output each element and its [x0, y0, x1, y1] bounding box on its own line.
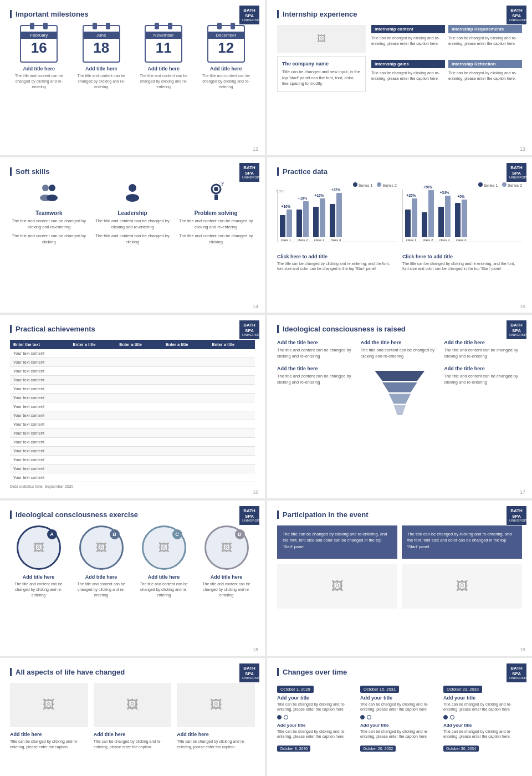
- ideological-raised-title: Ideological consciousness is raised: [277, 325, 522, 333]
- table-row[interactable]: Your text content: [10, 385, 255, 394]
- timeline-sub-title-1[interactable]: Add your title: [277, 723, 356, 728]
- chart-2: Series 1 Series 2 +25% class 1: [402, 182, 522, 271]
- timeline-grid: October 1, 2029 Add your title Title can…: [277, 683, 522, 752]
- table-row[interactable]: Your text content: [10, 429, 255, 438]
- dot-1-2: [284, 715, 288, 719]
- timeline-date-top-1: October 1, 2029: [277, 686, 314, 693]
- table-row[interactable]: Your text content: [10, 473, 255, 482]
- ideo-title-5[interactable]: Add the title here: [444, 366, 522, 371]
- chart-1-area: +10% class 1 +18%: [277, 190, 397, 251]
- table-row[interactable]: Your text content: [10, 376, 255, 385]
- timeline-title-top-2[interactable]: Add your title: [360, 695, 439, 701]
- intern-box-title-2: Internship Requirements: [448, 25, 522, 33]
- table-row[interactable]: Your text content: [10, 420, 255, 429]
- timeline-sub-title-2[interactable]: Add your title: [360, 723, 439, 728]
- page-num-internship: 13: [520, 146, 525, 152]
- table-row[interactable]: Your text content: [10, 438, 255, 447]
- part-img-2: 🖼: [402, 564, 522, 609]
- chart-2-desc: The title can be changed by clicking and…: [402, 261, 522, 271]
- svg-point-1: [49, 185, 55, 191]
- achievements-table-container: Enter the text Enter a title Enter a tit…: [10, 340, 255, 482]
- practice-data-logo: BATH SPA UNIVERSITY: [507, 163, 526, 182]
- timeline-date-bot-1: October 8, 2030: [277, 746, 310, 752]
- table-row[interactable]: Your text content: [10, 394, 255, 402]
- skill-title-teamwork: Teamwork: [10, 210, 88, 216]
- intern-box-3: Internship gains Title can be changed by…: [371, 60, 445, 91]
- calendar-day-1: 16: [21, 39, 57, 58]
- table-row[interactable]: Your text content: [10, 456, 255, 464]
- milestone-title-4[interactable]: Add title here: [197, 66, 255, 72]
- table-row[interactable]: Your text content: [10, 464, 255, 473]
- calendar-month-3: November: [146, 32, 181, 39]
- exercise-title-c[interactable]: Add title here: [135, 574, 192, 580]
- ideo-title-4[interactable]: Add the title here: [277, 366, 355, 371]
- calendar-month-1: February: [21, 32, 57, 39]
- ideo-desc-4: The title and content can be changed by …: [277, 374, 355, 385]
- ideo-item-3: Add the title here The title and content…: [444, 340, 522, 359]
- exercise-title-d[interactable]: Add title here: [198, 574, 255, 580]
- milestone-item-3[interactable]: November 11 Add title here The title and…: [135, 25, 193, 89]
- chart-1-click-title[interactable]: Click here to add title: [277, 254, 397, 259]
- ideo-title-3[interactable]: Add the title here: [444, 340, 522, 345]
- ideo-title-2[interactable]: Add the title here: [361, 340, 439, 345]
- milestone-title-3[interactable]: Add title here: [135, 66, 193, 72]
- exercise-title-a[interactable]: Add title here: [10, 574, 67, 580]
- calendar-month-4: December: [208, 32, 244, 39]
- life-img-2: 🖼: [94, 683, 172, 727]
- table-row[interactable]: Your text content: [10, 447, 255, 456]
- life-title-3[interactable]: Add title here: [177, 732, 255, 737]
- ideo-raised-logo: BATH SPA UNIVERSITY: [507, 320, 526, 339]
- ideo-title-1[interactable]: Add the title here: [277, 340, 355, 345]
- table-row[interactable]: Your text content: [10, 402, 255, 411]
- timeline-sub-desc-3: Title can be changed by clicking and re-…: [443, 729, 522, 739]
- legend-dot-dark-1: [353, 182, 357, 187]
- exercise-title-b[interactable]: Add title here: [73, 574, 130, 580]
- legend-dot-light-2: [502, 182, 507, 187]
- table-row[interactable]: Your text content: [10, 367, 255, 376]
- exercise-label-b: B: [110, 529, 120, 539]
- life-title-1[interactable]: Add title here: [10, 732, 88, 737]
- soft-skills-title: Soft skills: [10, 167, 255, 176]
- svg-point-7: [214, 187, 218, 191]
- table-row[interactable]: Your text content: [10, 358, 255, 367]
- life-title-2[interactable]: Add title here: [94, 732, 172, 737]
- table-row[interactable]: Your text content: [10, 411, 255, 420]
- svg-rect-9: [214, 195, 218, 200]
- company-desc: Title can be changed and new input, in t…: [282, 69, 361, 87]
- all-aspects-title: All aspects of life have changed: [10, 668, 255, 676]
- life-img-1: 🖼: [10, 683, 88, 727]
- internship-layout: 🖼 The company name Title can be changed …: [277, 25, 522, 92]
- milestone-item-2[interactable]: June 18 Add title here The title and con…: [73, 25, 131, 89]
- part-box-1: The title can be changed by clicking and…: [277, 525, 397, 559]
- page-num-exercise: 18: [253, 647, 258, 652]
- timeline-sub-title-3[interactable]: Add your title: [443, 723, 522, 728]
- timeline-col-1: October 1, 2029 Add your title Title can…: [277, 683, 356, 752]
- dot-3-2: [450, 715, 454, 719]
- chart-2-area: +25% class 1 +50%: [402, 190, 522, 251]
- skill-extra-teamwork: The title and content can be changed by …: [10, 233, 88, 245]
- chart-2-click-title[interactable]: Click here to add title: [402, 254, 522, 259]
- exercise-desc-c: The title and content can be changed by …: [135, 581, 192, 598]
- company-name[interactable]: The company name: [282, 61, 361, 67]
- table-row[interactable]: Your text content: [10, 349, 255, 358]
- teamwork-icon: [10, 182, 88, 206]
- intern-box-desc-1: Title can be changed by clicking and re-…: [371, 35, 445, 47]
- timeline-dots-2: [360, 715, 439, 719]
- milestone-title-2[interactable]: Add title here: [73, 66, 131, 72]
- calendar-icon-4: December 12: [207, 25, 245, 63]
- page-num-practical: 16: [253, 489, 258, 495]
- milestone-item-1[interactable]: February 16 Add title here The title and…: [10, 25, 68, 89]
- bar-group-2-1: +25% class 1: [405, 193, 417, 242]
- timeline-title-top-1[interactable]: Add your title: [277, 695, 356, 701]
- all-aspects-slide: All aspects of life have changed BATH SP…: [0, 658, 265, 776]
- skill-problem-solving: ? Problem solving The title and content …: [177, 182, 255, 245]
- timeline-dots-3: [443, 715, 522, 719]
- milestone-title-1[interactable]: Add title here: [10, 66, 68, 72]
- svg-marker-10: [375, 371, 424, 381]
- skill-leadership: Leadership The title and content can be …: [94, 182, 172, 245]
- timeline-title-top-3[interactable]: Add your title: [443, 695, 522, 701]
- soft-skills-slide: Soft skills BATH SPA UNIVERSITY Teamwork…: [0, 157, 265, 313]
- internship-logo: BATH SPA UNIVERSITY: [507, 6, 526, 24]
- milestone-item-4[interactable]: December 12 Add title here The title and…: [197, 25, 255, 89]
- ideo-top-row: Add the title here The title and content…: [277, 340, 522, 359]
